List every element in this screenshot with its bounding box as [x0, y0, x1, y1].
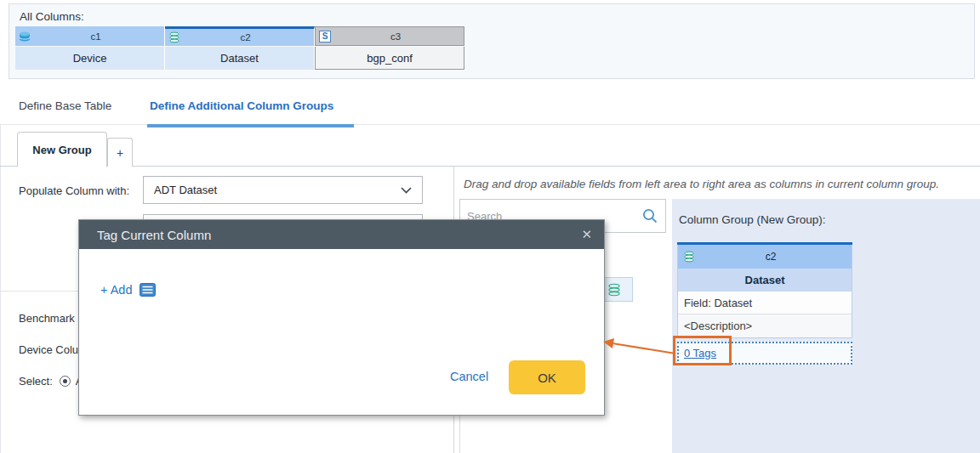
chevron-down-icon — [401, 187, 412, 194]
modal-header: Tag Current Column ✕ — [79, 220, 604, 249]
column-c3-cell[interactable]: bgp_conf — [315, 47, 464, 70]
column-c2[interactable]: c2 Dataset — [165, 26, 315, 70]
tags-highlight-box — [673, 336, 732, 365]
cancel-button[interactable]: Cancel — [450, 370, 488, 383]
column-c2-header[interactable]: c2 — [165, 26, 315, 46]
ok-button[interactable]: OK — [509, 360, 585, 394]
card-column-id: c2 — [695, 251, 846, 263]
populate-column-value: ADT Dataset — [154, 184, 217, 196]
annotation-arrow-icon — [601, 336, 677, 359]
active-tab-underline — [147, 124, 354, 127]
card-header[interactable]: c2 — [678, 245, 852, 269]
populate-column-select[interactable]: ADT Dataset — [143, 176, 423, 204]
add-tag-label: + Add — [100, 283, 133, 297]
column-c2-cell[interactable]: Dataset — [165, 47, 315, 70]
tab-define-base-table[interactable]: Define Base Table — [19, 88, 111, 125]
string-icon: S — [319, 31, 331, 42]
add-list-icon[interactable] — [140, 283, 156, 297]
column-group-panel: Column Group (New Group): c2 Dataset Fie… — [672, 199, 980, 453]
benchmark-label: Benchmark — [19, 312, 75, 325]
close-icon[interactable]: ✕ — [581, 227, 592, 242]
column-id: c1 — [31, 31, 161, 42]
device-column-label: Device Colu — [19, 343, 78, 356]
add-group-tab-button[interactable]: + — [107, 138, 133, 167]
all-columns-section: All Columns: c1 Device — [9, 3, 975, 79]
select-label: Select: — [19, 375, 53, 388]
dataset-icon — [683, 251, 695, 263]
group-tab-row-border — [0, 166, 980, 167]
tab-define-additional-column-groups[interactable]: Define Additional Column Groups — [150, 88, 333, 125]
populate-column-label: Populate Column with: — [19, 184, 129, 197]
modal-title: Tag Current Column — [97, 228, 211, 242]
dataset-icon — [168, 31, 180, 43]
column-id: c2 — [180, 32, 311, 42]
all-columns-table: c1 Device c2 Dataset — [15, 26, 464, 70]
card-description-row[interactable]: <Description> — [678, 314, 852, 337]
column-c1[interactable]: c1 Device — [15, 26, 165, 70]
all-columns-label: All Columns: — [20, 10, 84, 23]
tag-current-column-modal: Tag Current Column ✕ + Add Cancel OK — [78, 219, 605, 416]
tab-new-group[interactable]: New Group — [17, 132, 107, 167]
column-c3[interactable]: S c3 bgp_conf — [315, 26, 464, 70]
screen: All Columns: c1 Device — [0, 0, 980, 453]
card-field-row[interactable]: Field: Dataset — [678, 292, 852, 314]
select-row: Select: A — [19, 375, 83, 388]
search-icon[interactable] — [641, 207, 658, 224]
column-id: c3 — [331, 31, 460, 42]
dataset-icon — [607, 283, 621, 297]
column-group-card[interactable]: c2 Dataset Field: Dataset <Description> — [677, 242, 852, 338]
device-icon — [19, 31, 31, 42]
tabs-bar: Define Base Table Define Additional Colu… — [0, 88, 980, 125]
column-c1-cell[interactable]: Device — [15, 47, 165, 70]
add-tag-link[interactable]: + Add — [100, 283, 156, 297]
column-c3-header[interactable]: S c3 — [315, 26, 464, 46]
drag-drop-instruction: Drag and drop available fields from left… — [464, 178, 966, 190]
column-group-title: Column Group (New Group): — [679, 213, 826, 226]
card-column-name[interactable]: Dataset — [678, 269, 852, 292]
column-c1-header[interactable]: c1 — [15, 26, 165, 46]
radio-selected-icon[interactable] — [60, 376, 71, 387]
